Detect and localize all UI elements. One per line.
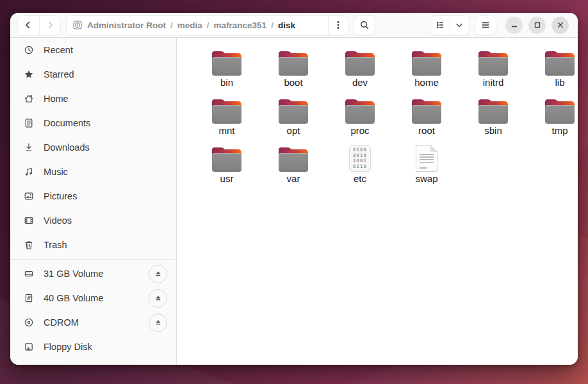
- file-item-lib[interactable]: lib: [527, 46, 578, 94]
- home-icon: [24, 94, 34, 104]
- file-item-root[interactable]: root: [393, 94, 460, 142]
- sidebar-item-home[interactable]: Home: [10, 87, 176, 111]
- file-item-home[interactable]: home: [393, 46, 460, 94]
- trash-icon: [24, 240, 34, 250]
- folder-icon: [412, 99, 441, 124]
- breadcrumb-path: Administrator Root / media / mafrance351…: [87, 21, 295, 30]
- file-item-var[interactable]: var: [260, 142, 327, 190]
- eject-button[interactable]: [149, 265, 167, 283]
- back-button[interactable]: [18, 16, 40, 35]
- sidebar-item-trash[interactable]: Trash: [10, 233, 176, 257]
- floppy-icon: [24, 342, 34, 352]
- maximize-button[interactable]: [528, 17, 546, 34]
- text-file-icon: [416, 145, 437, 172]
- sidebar-item-label: Videos: [44, 215, 170, 226]
- view-options-button[interactable]: [450, 16, 470, 35]
- breadcrumb-segment-mafrance351[interactable]: mafrance351: [214, 21, 267, 30]
- download-icon: [24, 142, 34, 153]
- files-window: Administrator Root / media / mafrance351…: [10, 13, 578, 365]
- file-item-opt[interactable]: opt: [260, 94, 327, 142]
- file-name: home: [414, 77, 439, 88]
- folder-icon: [545, 99, 575, 124]
- sidebar-item-label: Music: [44, 167, 170, 177]
- disc-icon: [72, 20, 83, 30]
- sidebar-item-label: Trash: [44, 240, 170, 250]
- sidebar-item-starred[interactable]: Starred: [10, 62, 176, 87]
- eject-icon: [154, 270, 162, 278]
- file-item-proc[interactable]: proc: [327, 94, 393, 142]
- file-item-usr[interactable]: usr: [193, 142, 260, 190]
- sidebar-item-downloads[interactable]: Downloads: [10, 135, 176, 160]
- chevron-right-icon: [45, 20, 55, 30]
- eject-icon: [154, 319, 162, 326]
- sidebar-separator: [10, 259, 176, 260]
- sidebar-item-label: 40 GB Volume: [44, 293, 139, 303]
- file-name: swap: [415, 173, 437, 184]
- binary-digits-row: 0110: [353, 164, 367, 170]
- folder-icon: [412, 51, 441, 76]
- folded-corner: [430, 146, 437, 152]
- harddisk-icon: [24, 269, 34, 279]
- folder-icon: [279, 51, 308, 76]
- breadcrumb-root[interactable]: Administrator Root: [87, 21, 166, 30]
- sidebar-item-pictures[interactable]: Pictures: [10, 184, 176, 208]
- main-menu-button[interactable]: [475, 15, 496, 35]
- file-item-mnt[interactable]: mnt: [193, 94, 260, 142]
- document-icon: [24, 118, 34, 128]
- file-item-etc[interactable]: 0100 0010 1001 0110 etc: [327, 142, 393, 190]
- picture-icon: [24, 191, 34, 201]
- view-toggle-group: [430, 15, 470, 35]
- minimize-button[interactable]: [505, 17, 523, 34]
- eject-button[interactable]: [149, 289, 167, 308]
- sidebar-item-40gb-volume[interactable]: 40 GB Volume: [10, 286, 176, 310]
- maximize-icon: [534, 21, 541, 29]
- folder-icon: [345, 51, 375, 76]
- file-item-initrd[interactable]: initrd: [460, 46, 527, 94]
- search-icon: [359, 20, 370, 30]
- file-item-dev[interactable]: dev: [327, 46, 393, 94]
- video-icon: [24, 215, 34, 226]
- sidebar-item-videos[interactable]: Videos: [10, 208, 176, 233]
- file-item-sbin[interactable]: sbin: [460, 94, 527, 142]
- file-name: etc: [354, 173, 366, 184]
- file-grid: bin boot dev home initrd: [193, 46, 578, 190]
- breadcrumb-segment-media[interactable]: media: [177, 21, 202, 30]
- file-item-bin[interactable]: bin: [193, 46, 260, 94]
- file-name: initrd: [483, 77, 504, 88]
- sidebar: Recent Starred Home: [10, 38, 177, 365]
- headerbar: Administrator Root / media / mafrance351…: [10, 13, 578, 38]
- eject-button[interactable]: [149, 313, 167, 332]
- optical-disc-icon: [24, 317, 34, 328]
- list-view-button[interactable]: [430, 16, 450, 35]
- file-name: boot: [284, 77, 302, 88]
- chevron-down-icon: [454, 20, 464, 30]
- breadcrumb-current-disk[interactable]: disk: [278, 21, 295, 30]
- sidebar-item-recent[interactable]: Recent: [10, 38, 176, 62]
- folder-icon: [345, 99, 375, 124]
- location-menu-button[interactable]: [329, 16, 348, 35]
- sidebar-item-music[interactable]: Music: [10, 160, 176, 184]
- sidebar-item-label: CDROM: [44, 317, 139, 328]
- file-view[interactable]: bin boot dev home initrd: [177, 38, 578, 365]
- file-item-tmp[interactable]: tmp: [527, 94, 578, 142]
- minimize-icon: [510, 21, 518, 29]
- forward-button[interactable]: [40, 16, 61, 35]
- sidebar-item-floppy-disk[interactable]: Floppy Disk: [10, 335, 176, 359]
- nav-button-group: [17, 15, 61, 35]
- file-item-swap[interactable]: swap: [393, 142, 460, 190]
- folder-icon: [478, 51, 508, 76]
- sidebar-item-31gb-volume[interactable]: 31 GB Volume: [10, 262, 176, 286]
- sidebar-item-cdrom[interactable]: CDROM: [10, 310, 176, 335]
- sidebar-item-label: 31 GB Volume: [44, 269, 139, 279]
- binary-file-icon: 0100 0010 1001 0110: [349, 145, 371, 172]
- breadcrumb[interactable]: Administrator Root / media / mafrance351…: [66, 15, 348, 35]
- search-button[interactable]: [354, 15, 375, 35]
- file-item-boot[interactable]: boot: [260, 46, 327, 94]
- close-button[interactable]: [551, 17, 569, 34]
- file-name: mnt: [218, 125, 234, 136]
- sidebar-item-documents[interactable]: Documents: [10, 111, 176, 135]
- close-icon: [557, 21, 564, 29]
- sidebar-item-label: Floppy Disk: [44, 342, 170, 352]
- file-name: bin: [220, 77, 233, 88]
- folder-icon: [478, 99, 508, 124]
